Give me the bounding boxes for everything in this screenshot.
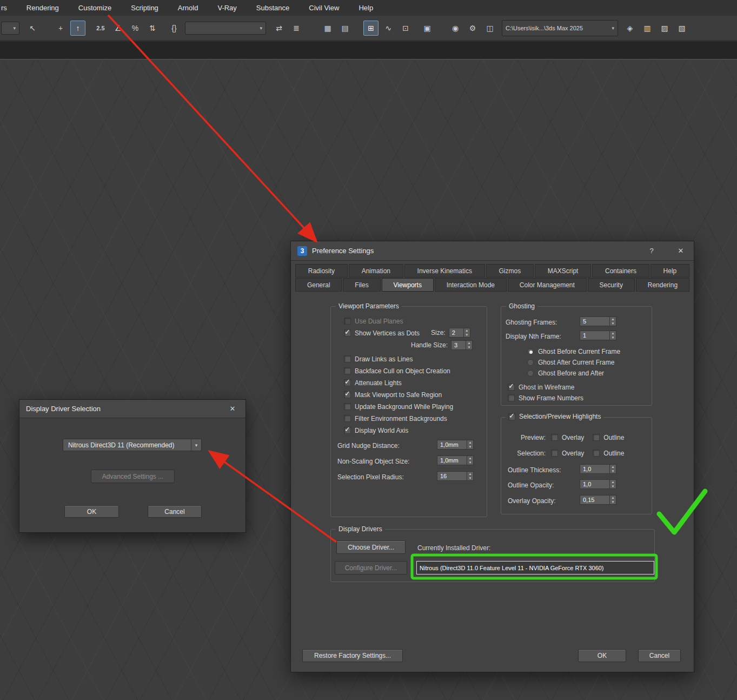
percent-snap-icon[interactable]: % [128,21,143,36]
nth-frame-value[interactable]: 1 [580,331,609,340]
grid-nudge-value[interactable]: 1,0mm [437,440,467,450]
checkbox-draw-links-as-lines[interactable] [344,355,351,362]
checkbox-attenuate-lights[interactable] [344,379,351,386]
rendered-frame-window-icon[interactable]: ◫ [482,21,497,36]
tab-inverse-kinematics[interactable]: Inverse Kinematics [404,264,485,278]
handle-size-stepper[interactable]: ▴▾ [466,340,473,350]
help-icon[interactable]: ? [645,245,658,257]
tab-files[interactable]: Files [343,278,380,292]
tab-help[interactable]: Help [650,264,689,278]
render-iterative-icon[interactable]: ▥ [640,21,655,36]
radio-ghost-before-current-frame[interactable] [527,348,534,355]
spinner-snap-icon[interactable]: ⇅ [145,21,160,36]
tab-interaction-mode[interactable]: Interaction Mode [435,278,507,292]
outline-thickness-value[interactable]: 1,0 [580,464,609,474]
edit-named-selections-icon[interactable]: {} [167,21,182,36]
radio-ghost-before-and-after[interactable] [527,370,534,377]
menu-item-rs[interactable]: rs [0,0,17,16]
restore-factory-settings-button[interactable]: Restore Factory Settings... [302,649,403,662]
render-production-icon[interactable]: ◈ [622,21,638,36]
tab-viewports[interactable]: Viewports [382,278,434,292]
checkbox-selection-outline[interactable] [593,450,600,457]
render-setup-icon[interactable]: ▣ [420,21,435,36]
checkbox-filter-environment[interactable] [344,415,351,422]
non-scaling-stepper[interactable]: ▴▾ [467,455,474,465]
overlay-opacity-stepper[interactable]: ▴▾ [609,495,616,505]
checkbox-ghost-in-wireframe[interactable] [508,384,515,391]
render-flyout-icon[interactable]: ▧ [674,21,689,36]
choose-driver-button[interactable]: Choose Driver... [336,540,406,554]
render-online-icon[interactable]: ▨ [657,21,672,36]
outline-thickness-stepper[interactable]: ▴▾ [609,464,616,474]
menu-item-arnold[interactable]: Arnold [168,0,208,16]
menu-item-vray[interactable]: V-Ray [208,0,246,16]
size-value[interactable]: 2 [449,328,463,338]
menu-item-rendering[interactable]: Rendering [17,0,69,16]
ghosting-frames-value[interactable]: 5 [580,316,609,326]
tab-animation[interactable]: Animation [349,264,403,278]
project-path-combo[interactable]: C:\Users\isik...\3ds Max 2025▾ [502,20,618,36]
tab-security[interactable]: Security [588,278,635,292]
advanced-settings-button[interactable]: Advanced Settings ... [91,470,175,483]
tab-containers[interactable]: Containers [592,264,649,278]
tab-gizmos[interactable]: Gizmos [486,264,534,278]
non-scaling-value[interactable]: 1,0mm [437,455,467,465]
close-icon[interactable]: ✕ [674,245,687,257]
menu-item-help[interactable]: Help [349,0,383,16]
curve-editor-icon[interactable]: ∿ [381,21,396,36]
tab-radiosity[interactable]: Radiosity [295,264,348,278]
toolbar-combo-stub[interactable]: ▾ [1,22,19,35]
overlay-opacity-value[interactable]: 0,15 [580,495,609,505]
checkbox-show-vertices-as-dots[interactable] [344,329,351,336]
outline-opacity-stepper[interactable]: ▴▾ [609,479,616,489]
cancel-button[interactable]: Cancel [638,649,681,662]
ghosting-frames-stepper[interactable]: ▴▾ [609,316,616,326]
schematic-view-icon[interactable]: ⊡ [398,21,413,36]
render-setup-teapot-icon[interactable]: ⚙ [465,21,480,36]
select-and-place-icon[interactable]: ↖ [25,21,40,36]
configure-driver-button[interactable]: Configure Driver... [335,561,407,574]
ok-button[interactable]: OK [578,649,626,662]
outline-opacity-value[interactable]: 1,0 [580,479,609,489]
radio-ghost-after-current-frame[interactable] [527,359,534,366]
checkbox-mask-viewport[interactable] [344,391,351,398]
checkbox-preview-overlay[interactable] [551,434,558,441]
menu-item-customize[interactable]: Customize [69,0,121,16]
tab-general[interactable]: General [295,278,342,292]
checkbox-selection-overlay[interactable] [551,450,558,457]
cancel-button[interactable]: Cancel [148,505,202,518]
snaps-toggle-icon[interactable]: 2.5 [93,21,108,36]
installed-driver-field[interactable]: Nitrous (Direct3D 11.0 Feature Level 11 … [416,561,654,574]
angle-snap-icon[interactable]: ∠ [110,21,125,36]
checkbox-display-world-axis[interactable] [344,427,351,434]
close-icon[interactable]: ✕ [226,402,239,415]
checkbox-update-background[interactable] [344,403,351,410]
tab-maxscript[interactable]: MAXScript [535,264,591,278]
material-editor-icon[interactable]: ◉ [448,21,463,36]
size-stepper[interactable]: ▴▾ [463,328,470,338]
selection-pixel-stepper[interactable]: ▴▾ [467,471,474,481]
scene-explorer-icon[interactable]: ▦ [320,21,335,36]
grid-nudge-stepper[interactable]: ▴▾ [467,440,474,450]
checkbox-preview-outline[interactable] [593,434,600,441]
menu-item-civil-view[interactable]: Civil View [299,0,349,16]
mirror-icon[interactable]: ⇄ [271,21,287,36]
menu-item-scripting[interactable]: Scripting [121,0,168,16]
checkbox-use-dual-planes[interactable] [344,318,351,325]
ribbon-toggle-icon[interactable]: ⊞ [363,21,379,36]
ok-button[interactable]: OK [64,505,119,518]
dialog-title-bar[interactable]: 3 Preference Settings ? ✕ [291,241,694,261]
nth-frame-stepper[interactable]: ▴▾ [609,331,616,340]
tab-color-management[interactable]: Color Management [508,278,587,292]
tab-rendering[interactable]: Rendering [636,278,689,292]
select-and-move-icon[interactable]: + [53,21,68,36]
dialog-title-bar[interactable]: Display Driver Selection ✕ [19,400,245,418]
selection-pixel-value[interactable]: 16 [437,471,467,481]
checkbox-show-frame-numbers[interactable] [508,394,515,401]
layer-explorer-icon[interactable]: ▤ [337,21,353,36]
named-selection-combo[interactable]: ▾ [185,22,266,35]
align-icon[interactable]: ≣ [289,21,304,36]
driver-dropdown[interactable]: Nitrous Direct3D 11 (Recommended) ▾ [63,439,202,451]
checkbox-selection-preview-highlights[interactable] [508,413,515,420]
checkbox-backface-cull[interactable] [344,367,351,374]
